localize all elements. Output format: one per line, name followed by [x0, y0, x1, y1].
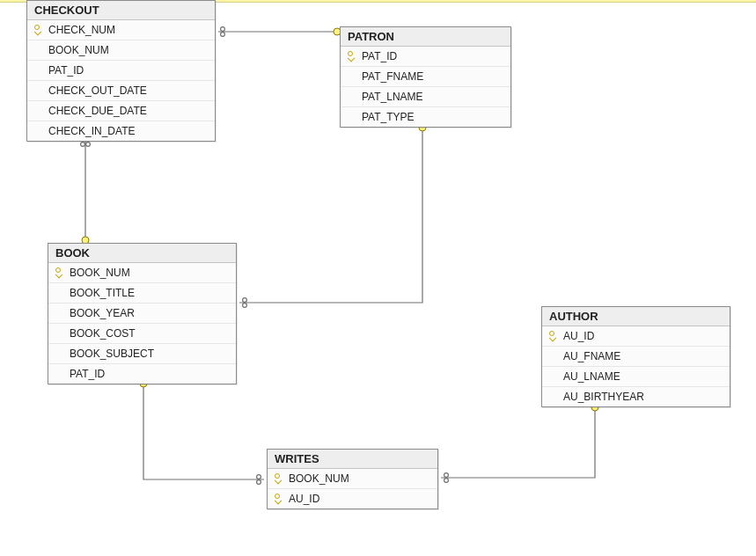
attr-name: PAT_ID — [68, 368, 105, 380]
entity-patron[interactable]: PATRON PAT_IDPAT_FNAMEPAT_LNAMEPAT_TYPE — [340, 26, 511, 128]
entity-writes[interactable]: WRITES BOOK_NUMAU_ID — [267, 449, 438, 509]
svg-point-9 — [243, 304, 247, 308]
svg-point-2 — [221, 33, 225, 37]
attr-name: CHECK_NUM — [47, 24, 115, 36]
rel-checkout-book — [81, 139, 91, 244]
attr-list: AU_IDAU_FNAMEAU_LNAMEAU_BIRTHYEAR — [542, 326, 730, 406]
primary-key-icon — [546, 331, 561, 341]
primary-key-icon — [271, 494, 287, 504]
entity-title: AUTHOR — [542, 307, 730, 326]
attr-row[interactable]: CHECK_OUT_DATE — [27, 81, 215, 101]
key-icon — [549, 331, 558, 341]
attr-row[interactable]: AU_BIRTHYEAR — [542, 387, 730, 406]
attr-name: AU_ID — [287, 493, 319, 505]
svg-point-11 — [257, 475, 261, 479]
attr-row[interactable]: BOOK_NUM — [48, 263, 236, 283]
entity-title: PATRON — [341, 27, 510, 47]
entity-checkout[interactable]: CHECKOUT CHECK_NUMBOOK_NUMPAT_IDCHECK_OU… — [26, 0, 216, 142]
key-icon — [55, 267, 64, 278]
attr-name: BOOK_NUM — [287, 472, 349, 485]
key-icon — [348, 51, 356, 62]
attr-row[interactable]: CHECK_DUE_DATE — [27, 101, 215, 121]
entity-author[interactable]: AUTHOR AU_IDAU_FNAMEAU_LNAMEAU_BIRTHYEAR — [541, 306, 730, 407]
svg-point-1 — [221, 27, 225, 32]
attr-name: CHECK_OUT_DATE — [47, 84, 147, 97]
entity-title: WRITES — [268, 450, 437, 469]
rel-checkout-patron — [218, 27, 341, 37]
attr-name: BOOK_NUM — [68, 267, 130, 279]
attr-row[interactable]: BOOK_SUBJECT — [48, 344, 236, 364]
attr-row[interactable]: CHECK_IN_DATE — [27, 121, 215, 141]
attr-row[interactable]: BOOK_COST — [48, 324, 236, 344]
primary-key-icon — [344, 51, 360, 62]
attr-list: PAT_IDPAT_FNAMEPAT_LNAMEPAT_TYPE — [341, 47, 510, 127]
attr-name: BOOK_NUM — [47, 44, 109, 56]
svg-point-8 — [243, 298, 247, 303]
attr-name: PAT_TYPE — [360, 111, 415, 123]
attr-name: AU_ID — [561, 330, 594, 342]
attr-name: AU_LNAME — [561, 370, 620, 383]
svg-point-6 — [86, 143, 91, 147]
attr-row[interactable]: CHECK_NUM — [27, 20, 215, 40]
attr-row[interactable]: AU_LNAME — [542, 367, 730, 387]
attr-row[interactable]: PAT_ID — [48, 364, 236, 384]
key-icon — [275, 473, 283, 484]
primary-key-icon — [52, 267, 68, 278]
primary-key-icon — [31, 25, 47, 35]
attr-name: BOOK_YEAR — [68, 307, 135, 319]
entity-title: CHECKOUT — [27, 1, 215, 20]
attr-row[interactable]: PAT_LNAME — [341, 87, 510, 107]
attr-name: BOOK_SUBJECT — [68, 348, 154, 360]
attr-name: PAT_ID — [360, 50, 397, 62]
attr-name: BOOK_COST — [68, 327, 136, 340]
rel-writes-author — [441, 404, 598, 482]
attr-name: AU_BIRTHYEAR — [561, 391, 644, 403]
attr-row[interactable]: BOOK_TITLE — [48, 283, 236, 304]
attr-name: AU_FNAME — [561, 350, 620, 362]
svg-point-12 — [257, 480, 261, 485]
rel-writes-book — [140, 380, 264, 484]
attr-row[interactable]: AU_FNAME — [542, 347, 730, 367]
attr-name: BOOK_TITLE — [68, 287, 135, 299]
attr-name: CHECK_IN_DATE — [47, 125, 135, 137]
svg-point-5 — [81, 143, 85, 147]
svg-point-15 — [444, 479, 449, 483]
rel-book-patron — [239, 124, 426, 307]
attr-name: PAT_FNAME — [360, 70, 423, 83]
svg-point-14 — [444, 473, 449, 478]
attr-list: CHECK_NUMBOOK_NUMPAT_IDCHECK_OUT_DATECHE… — [27, 20, 215, 141]
attr-row[interactable]: PAT_TYPE — [341, 107, 510, 127]
attr-row[interactable]: AU_ID — [268, 489, 437, 508]
key-icon — [275, 494, 283, 504]
attr-row[interactable]: PAT_ID — [341, 47, 510, 67]
attr-row[interactable]: BOOK_YEAR — [48, 304, 236, 324]
attr-row[interactable]: PAT_ID — [27, 61, 215, 81]
attr-row[interactable]: BOOK_NUM — [27, 40, 215, 61]
attr-name: CHECK_DUE_DATE — [47, 105, 147, 117]
entity-book[interactable]: BOOK BOOK_NUMBOOK_TITLEBOOK_YEARBOOK_COS… — [48, 243, 237, 384]
attr-name: PAT_ID — [47, 64, 84, 77]
attr-name: PAT_LNAME — [360, 91, 423, 103]
entity-title: BOOK — [48, 244, 236, 263]
attr-row[interactable]: PAT_FNAME — [341, 67, 510, 87]
attr-row[interactable]: BOOK_NUM — [268, 469, 437, 489]
attr-row[interactable]: AU_ID — [542, 326, 730, 347]
attr-list: BOOK_NUMBOOK_TITLEBOOK_YEARBOOK_COSTBOOK… — [48, 263, 236, 384]
attr-list: BOOK_NUMAU_ID — [268, 469, 437, 508]
key-icon — [34, 25, 43, 35]
primary-key-icon — [271, 473, 287, 484]
